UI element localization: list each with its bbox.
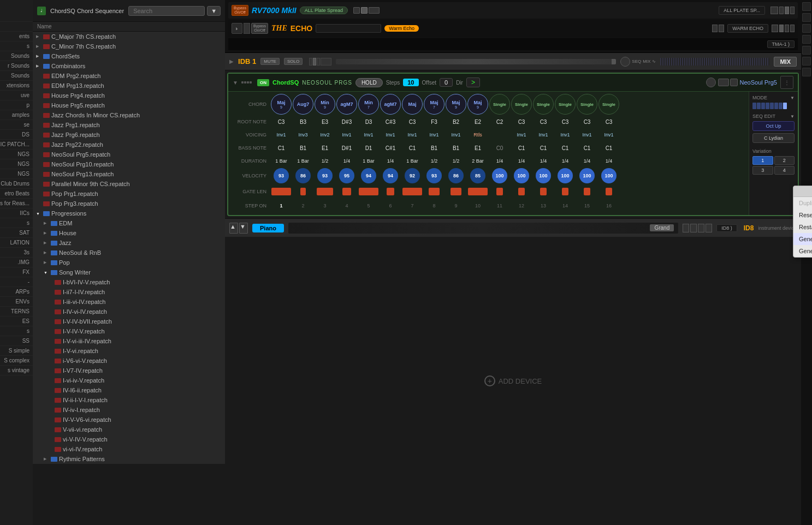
list-item[interactable]: EDM Prg13.repatch <box>33 81 225 91</box>
list-item[interactable]: House Prg4.repatch <box>33 91 225 100</box>
velocity-cell[interactable]: 100 <box>601 168 617 183</box>
context-menu-generate-progression[interactable]: Generate Progression › <box>793 233 812 245</box>
list-item[interactable]: IV-I6-ii.repatch <box>33 385 225 395</box>
mix-button[interactable]: MIX <box>774 57 797 67</box>
list-item[interactable]: House Prg5.repatch <box>33 100 225 110</box>
list-item[interactable]: Pop Prg3.repatch <box>33 199 225 208</box>
velocity-cell[interactable]: 86 <box>448 168 464 183</box>
chord-cell[interactable]: Maj9 <box>467 94 488 115</box>
context-menu-duplicate[interactable]: Duplicate to › <box>793 197 812 209</box>
bypass-button-rv[interactable]: BypassOn/Off <box>232 5 248 16</box>
list-item[interactable]: NeoSoul Prg10.repatch <box>33 159 225 169</box>
chord-cell[interactable]: Single <box>533 94 554 115</box>
list-item[interactable]: I-V-vi.repatch <box>33 346 225 356</box>
gate-cell[interactable] <box>380 188 401 195</box>
list-item[interactable]: ▶ C_Major 7th CS.repatch <box>33 32 225 41</box>
variation-4-button[interactable]: 4 <box>774 166 795 175</box>
context-menu-reset[interactable]: Reset <box>793 209 812 221</box>
variation-3-button[interactable]: 3 <box>752 166 773 175</box>
list-item[interactable]: I-IV-vi-IV.repatch <box>33 307 225 317</box>
gate-cell[interactable] <box>358 188 379 195</box>
context-menu-generate-chordset[interactable]: Generate Chord Set <box>793 245 812 257</box>
chord-cell[interactable]: Aug7 <box>293 94 313 115</box>
list-item-neosoul[interactable]: ▶ NeoSoul & RnB <box>33 248 225 258</box>
chord-cell[interactable]: Maj9 <box>446 94 466 115</box>
chord-cell[interactable]: agM7 <box>336 94 357 115</box>
list-item[interactable]: I-V-IV-bVII.repatch <box>33 317 225 326</box>
velocity-cell[interactable]: 94 <box>383 168 398 183</box>
list-item[interactable]: I-bVI-IV-V.repatch <box>33 277 225 287</box>
list-item[interactable]: I-vi-iv-V.repatch <box>33 375 225 385</box>
velocity-cell[interactable]: 93 <box>274 168 289 183</box>
search-input[interactable] <box>128 6 205 16</box>
velocity-cell[interactable]: 100 <box>579 168 595 183</box>
list-item-jazz[interactable]: ▶ Jazz <box>33 238 225 248</box>
gate-cell[interactable] <box>336 188 357 195</box>
add-device-button[interactable]: + ADD DEVICE <box>484 375 542 386</box>
oct-up-button[interactable]: Oct Up <box>752 121 795 131</box>
list-item[interactable]: Jazz Prg22.repatch <box>33 140 225 150</box>
gate-cell[interactable] <box>293 188 313 195</box>
list-item-songwriter[interactable]: ▼ Song Writer <box>33 267 225 277</box>
list-item[interactable]: NeoSoul Prg5.repatch <box>33 150 225 159</box>
solo-button[interactable]: SOLO <box>284 58 303 65</box>
velocity-cell[interactable]: 94 <box>361 168 376 183</box>
variation-1-button[interactable]: 1 <box>752 156 773 165</box>
chord-cell[interactable]: Single <box>555 94 576 115</box>
velocity-cell[interactable]: 100 <box>536 168 551 183</box>
chord-cell[interactable]: Maj9 <box>271 94 292 115</box>
c-lydian-button[interactable]: C Lydian <box>752 133 795 143</box>
list-item[interactable]: I-V-vi-iii-IV.repatch <box>33 336 225 346</box>
gate-cell[interactable] <box>555 188 576 195</box>
list-item[interactable]: V-vii-vi.repatch <box>33 425 225 434</box>
dir-button[interactable]: > <box>466 77 480 87</box>
velocity-cell[interactable]: 86 <box>295 168 311 183</box>
list-item-rythmic[interactable]: ▶ Rythmic Patterns <box>33 454 225 464</box>
list-item[interactable]: NeoSoul Prg13.repatch <box>33 169 225 179</box>
list-item[interactable]: I-ii7-I-IV.repatch <box>33 287 225 297</box>
velocity-cell[interactable]: 93 <box>426 168 442 183</box>
velocity-cell[interactable]: 100 <box>492 168 507 183</box>
velocity-cell[interactable]: 95 <box>339 168 354 183</box>
list-item[interactable]: vi-vi-IV.repatch <box>33 444 225 454</box>
gate-cell[interactable] <box>446 188 466 195</box>
chord-cell[interactable]: Single <box>598 94 619 115</box>
list-item-edm[interactable]: ▶ EDM <box>33 218 225 228</box>
gate-cell[interactable] <box>424 188 444 195</box>
velocity-cell[interactable]: 100 <box>558 168 573 183</box>
list-item[interactable]: Pop Prg1.repatch <box>33 189 225 199</box>
list-item[interactable]: Jazz Chords In Minor CS.repatch <box>33 110 225 120</box>
list-item[interactable]: I-V7-IV.repatch <box>33 366 225 375</box>
context-menu-restart[interactable]: Restart when switching <box>793 221 812 233</box>
list-item[interactable]: IV-iv-I.repatch <box>33 405 225 415</box>
mute-button[interactable]: MUTE <box>260 58 280 65</box>
velocity-cell[interactable]: 92 <box>405 168 420 183</box>
chord-cell[interactable]: Single <box>511 94 532 115</box>
chord-cell[interactable]: Maj7 <box>424 94 444 115</box>
list-item[interactable]: EDM Prg2.repatch <box>33 71 225 81</box>
gate-cell[interactable] <box>533 188 554 195</box>
chord-cell[interactable]: Single <box>489 94 510 115</box>
gate-cell[interactable] <box>467 188 488 195</box>
list-item-pop[interactable]: ▶ Pop <box>33 258 225 267</box>
velocity-cell[interactable]: 85 <box>470 168 485 183</box>
list-item-house[interactable]: ▶ House <box>33 228 225 238</box>
list-item[interactable]: vi-V-IV-V.repatch <box>33 434 225 444</box>
list-item[interactable]: Jazz Prg1.repatch <box>33 120 225 130</box>
list-item[interactable]: I-V-IV-V.repatch <box>33 326 225 336</box>
gate-cell[interactable] <box>315 188 335 195</box>
gate-cell[interactable] <box>598 188 619 195</box>
list-item[interactable]: IV-V-V6-vi.repatch <box>33 415 225 425</box>
gate-cell[interactable] <box>402 188 423 195</box>
list-item[interactable]: i-V6-vi-V.repatch <box>33 356 225 366</box>
search-dropdown[interactable]: ▼ <box>207 6 221 16</box>
chord-cell[interactable]: Single <box>577 94 597 115</box>
gate-cell[interactable] <box>511 188 532 195</box>
chord-cell[interactable]: Maj <box>402 94 423 115</box>
list-item-chordssets[interactable]: ▶ ChordSets <box>33 51 225 61</box>
chord-cell[interactable]: agM7 <box>380 94 401 115</box>
velocity-cell[interactable]: 100 <box>514 168 529 183</box>
chordsq-on-button[interactable]: ON <box>257 79 269 86</box>
list-item[interactable]: ▶ C_Minor 7th CS.repatch <box>33 41 225 51</box>
list-item[interactable]: Parallel Minor 9th CS.repatch <box>33 179 225 189</box>
